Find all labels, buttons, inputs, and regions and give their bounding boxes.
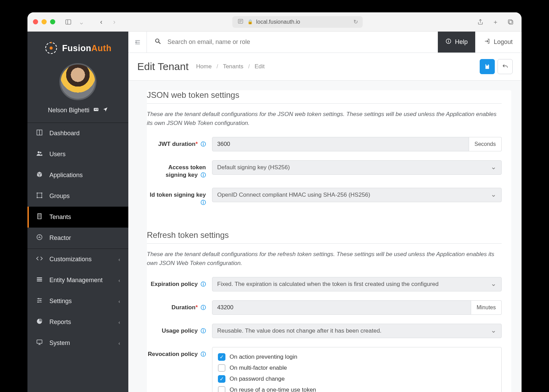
tenants-icon xyxy=(36,213,43,221)
info-icon[interactable]: ⓘ xyxy=(201,199,206,205)
applications-icon xyxy=(36,171,43,180)
save-button[interactable] xyxy=(480,59,495,74)
jwt-duration-input[interactable] xyxy=(212,137,469,151)
usage-policy-select[interactable]: Reusable. The value does not change afte… xyxy=(212,324,502,338)
titlebar-right-controls: ＋ xyxy=(475,17,516,27)
svg-rect-30 xyxy=(40,217,40,218)
sidebar-item-reports[interactable]: Reports ‹ xyxy=(27,312,128,333)
duration-unit: Minutes xyxy=(471,300,502,315)
browser-title-bar: ⌄ ‹ › 🔒 local.fusionauth.io ↻ ＋ xyxy=(27,12,522,32)
close-window-button[interactable] xyxy=(33,19,38,24)
svg-rect-25 xyxy=(39,215,39,215)
exp-policy-label: Expiration policy ⓘ xyxy=(147,277,212,288)
share-icon[interactable] xyxy=(475,17,486,27)
duration-label: Duration* ⓘ xyxy=(147,300,212,311)
sidebar-item-label: Settings xyxy=(49,298,72,305)
sidebar-item-settings[interactable]: Settings ‹ xyxy=(27,291,128,312)
svg-point-22 xyxy=(37,197,38,198)
avatar[interactable] xyxy=(59,63,96,100)
svg-rect-29 xyxy=(39,217,39,218)
back-button[interactable] xyxy=(498,59,513,74)
browser-window: ⌄ ‹ › 🔒 local.fusionauth.io ↻ ＋ xyxy=(27,12,522,392)
page-actions xyxy=(480,59,513,74)
sidebar-item-dashboard[interactable]: Dashboard xyxy=(27,123,128,144)
svg-rect-6 xyxy=(509,20,513,24)
form-row-duration: Duration* ⓘ Minutes xyxy=(147,300,502,315)
sidebar-item-entity-management[interactable]: Entity Management ‹ xyxy=(27,270,128,291)
sidebar-item-users[interactable]: Users xyxy=(27,144,128,165)
main-content: Help Logout Edit Tenant Home / Tenants /… xyxy=(128,32,522,392)
maximize-window-button[interactable] xyxy=(50,19,55,24)
sidebar-item-label: Users xyxy=(49,151,66,158)
sidebar-item-label: Applications xyxy=(49,172,83,179)
exp-policy-select[interactable]: Fixed. The expiration is calculated when… xyxy=(212,277,502,291)
info-icon[interactable]: ⓘ xyxy=(201,351,206,357)
section-title-refresh: Refresh token settings xyxy=(147,230,502,244)
revocation-option-password-change[interactable]: ✓ On password change xyxy=(218,373,496,384)
checkbox-label: On password change xyxy=(230,376,285,382)
svg-point-39 xyxy=(38,298,39,299)
search-input[interactable] xyxy=(167,38,430,46)
info-icon[interactable]: ⓘ xyxy=(201,304,206,310)
code-icon xyxy=(36,255,43,264)
logout-button[interactable]: Logout xyxy=(475,38,522,46)
info-icon[interactable]: ⓘ xyxy=(201,172,206,178)
revocation-option-mfa-enable[interactable]: On multi-factor enable xyxy=(218,362,496,373)
svg-point-41 xyxy=(37,301,38,302)
svg-point-12 xyxy=(95,109,96,110)
tabs-icon[interactable] xyxy=(505,17,516,27)
breadcrumb-item[interactable]: Tenants xyxy=(223,63,244,70)
refresh-icon[interactable]: ↻ xyxy=(353,19,358,25)
duration-input[interactable] xyxy=(212,300,471,315)
sidebar-item-label: Tenants xyxy=(49,214,71,221)
titlebar-dropdown-icon[interactable]: ⌄ xyxy=(76,17,87,27)
checkbox-icon[interactable] xyxy=(218,364,225,372)
section-desc-jwt: These are the tenant default configurati… xyxy=(147,110,502,127)
new-tab-icon[interactable]: ＋ xyxy=(490,17,501,27)
sidebar-nav: Dashboard Users Applications Groups Tena… xyxy=(27,123,128,392)
sidebar-item-customizations[interactable]: Customizations ‹ xyxy=(27,249,128,270)
svg-point-48 xyxy=(155,39,159,42)
sidebar-toggle-icon[interactable] xyxy=(63,17,74,27)
access-key-select[interactable]: Default signing key (HS256) xyxy=(212,160,502,175)
minimize-window-button[interactable] xyxy=(42,19,47,24)
checkbox-icon[interactable]: ✓ xyxy=(218,375,225,383)
usage-policy-value: Reusable. The value does not change afte… xyxy=(217,327,382,334)
sidebar-item-system[interactable]: System ‹ xyxy=(27,333,128,354)
sidebar-item-label: Entity Management xyxy=(49,277,103,284)
svg-rect-13 xyxy=(96,109,98,109)
form-row-usage-policy: Usage policy ⓘ Reusable. The value does … xyxy=(147,324,502,338)
sidebar-item-groups[interactable]: Groups xyxy=(27,186,128,207)
checkbox-label: On action preventing login xyxy=(230,354,297,360)
id-key-select[interactable]: OpenID Connect compliant HMAC using SHA-… xyxy=(212,188,502,202)
sidebar-item-applications[interactable]: Applications xyxy=(27,165,128,186)
help-button[interactable]: Help xyxy=(438,32,475,53)
info-icon[interactable]: ⓘ xyxy=(201,281,206,287)
revocation-option-token-reuse[interactable]: On reuse of a one-time use token xyxy=(218,384,496,392)
collapse-sidebar-button[interactable] xyxy=(128,32,147,53)
checkbox-icon[interactable]: ✓ xyxy=(218,353,225,361)
forward-button[interactable]: › xyxy=(109,17,120,27)
revocation-option-prevent-login[interactable]: ✓ On action preventing login xyxy=(218,351,496,362)
brand-name-primary: Fusion xyxy=(62,43,91,53)
reader-icon xyxy=(237,18,244,26)
info-icon[interactable]: ⓘ xyxy=(201,141,206,147)
users-icon xyxy=(36,150,43,159)
id-card-icon[interactable] xyxy=(93,106,99,114)
section-desc-refresh: These are the tenant default configurati… xyxy=(147,250,502,267)
id-key-value: OpenID Connect compliant HMAC using SHA-… xyxy=(217,192,370,198)
sidebar-item-tenants[interactable]: Tenants xyxy=(27,207,128,228)
sidebar-item-reactor[interactable]: Reactor xyxy=(27,228,128,249)
titlebar-left-controls: ⌄ ‹ › xyxy=(63,17,120,27)
svg-point-9 xyxy=(50,47,53,50)
address-bar[interactable]: 🔒 local.fusionauth.io ↻ xyxy=(232,16,363,28)
info-icon[interactable]: ⓘ xyxy=(201,328,206,334)
sidebar: FusionAuth Nelson Bighetti xyxy=(27,32,128,392)
back-button[interactable]: ‹ xyxy=(96,17,107,27)
breadcrumb-item[interactable]: Home xyxy=(196,63,212,70)
profile-section: Nelson Bighetti xyxy=(27,58,128,123)
location-arrow-icon[interactable] xyxy=(103,107,108,114)
svg-rect-14 xyxy=(96,109,98,110)
svg-point-21 xyxy=(41,193,42,194)
checkbox-icon[interactable] xyxy=(218,386,225,392)
